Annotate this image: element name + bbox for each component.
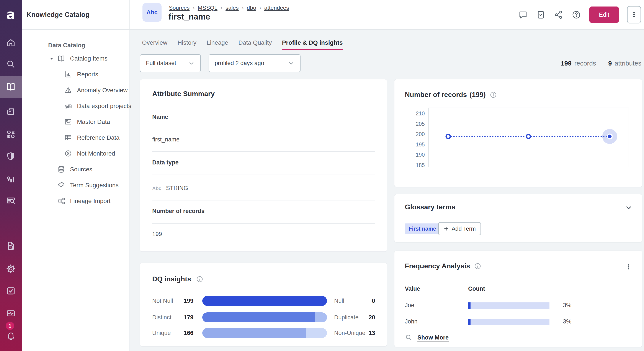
field-divider <box>152 174 375 174</box>
open-book-icon <box>6 82 16 92</box>
tab-history[interactable]: History <box>178 39 196 50</box>
share-button[interactable] <box>554 10 563 20</box>
profile-version-select[interactable]: profiled 2 days ago <box>208 54 300 72</box>
export-gear-icon <box>64 102 72 110</box>
help-button[interactable] <box>572 10 581 20</box>
frequency-bar <box>468 319 550 325</box>
tab-lineage[interactable]: Lineage <box>207 39 228 50</box>
rail-item-settings[interactable] <box>0 258 22 280</box>
sidebar-item-data-export-projects[interactable]: Data export projects <box>22 98 128 114</box>
dq-bar <box>202 296 327 306</box>
info-icon[interactable] <box>196 275 204 283</box>
glossary-term-chip[interactable]: First name <box>405 223 440 234</box>
attributes-count: 9 <box>608 60 612 67</box>
records-field-label: Number of records <box>152 208 205 215</box>
card-title: Attribute Summary <box>152 90 215 98</box>
rail-item-notifications[interactable]: 1 <box>0 325 22 347</box>
add-term-button[interactable]: Add Term <box>438 222 481 235</box>
card-menu-button[interactable] <box>625 263 632 271</box>
bar-chart-icon <box>64 70 72 78</box>
breadcrumb-dbo[interactable]: dbo <box>247 5 256 11</box>
card-header: Number of records(199) <box>405 91 497 99</box>
rail-item-insights[interactable] <box>0 168 22 190</box>
info-icon[interactable] <box>474 262 481 270</box>
breadcrumb-mssql[interactable]: MSSQL <box>198 5 218 11</box>
rail-item-search[interactable] <box>0 53 22 75</box>
edit-button[interactable]: Edit <box>589 7 619 23</box>
sidebar-item-not-monitored[interactable]: Not Monitored <box>22 146 128 161</box>
dq-bar-rest <box>315 312 327 322</box>
breadcrumb-attendees[interactable]: attendees <box>264 5 289 11</box>
sidebar-item-master-data[interactable]: Master Data <box>22 114 128 130</box>
table-icon <box>64 134 72 142</box>
tab-data-quality[interactable]: Data Quality <box>238 39 272 50</box>
breadcrumb-sources[interactable]: Sources <box>169 5 190 11</box>
tab-overview[interactable]: Overview <box>142 39 168 50</box>
dq-right-value: 20 <box>355 314 375 321</box>
attributes-stat: 9 attributes <box>608 60 642 67</box>
abc-type-icon: Abc <box>152 186 161 191</box>
column-header-count: Count <box>468 285 485 292</box>
open-book-icon <box>57 55 65 63</box>
dq-bar-fill <box>202 312 315 322</box>
show-more-button[interactable]: Show More <box>405 334 449 341</box>
breadcrumb-sales[interactable]: sales <box>226 5 239 11</box>
data-point[interactable] <box>607 133 613 139</box>
sidebar-item-sources[interactable]: Sources <box>22 161 128 177</box>
data-point[interactable] <box>446 134 451 139</box>
rail-item-monitoring[interactable] <box>0 302 22 324</box>
data-point[interactable] <box>526 134 531 139</box>
frequency-row-john: John 3% <box>394 317 642 327</box>
chevron-down-icon <box>288 60 294 67</box>
field-divider <box>152 151 375 152</box>
sidebar-item-lineage-import[interactable]: Lineage Import <box>22 193 128 209</box>
rail-item-widgets[interactable] <box>0 123 22 145</box>
chevron-down-icon[interactable] <box>48 56 55 62</box>
app-title: Knowledge Catalog <box>26 0 90 29</box>
comments-button[interactable] <box>518 10 528 20</box>
sidebar-item-reference-data[interactable]: Reference Data <box>22 130 128 146</box>
rail-item-home[interactable] <box>0 32 22 54</box>
rail-item-data-quality[interactable] <box>0 145 22 167</box>
records-chart-title: Number of records <box>405 91 467 99</box>
breadcrumb-separator-icon: › <box>220 4 222 11</box>
profile-version-value: profiled 2 days ago <box>215 60 264 67</box>
breadcrumb-separator-icon: › <box>192 4 194 11</box>
data-type-field-label: Data type <box>152 159 179 166</box>
dataset-select-value: Full dataset <box>146 60 176 67</box>
rail-item-knowledge-catalog[interactable] <box>0 76 22 98</box>
rail-item-query-explorer[interactable] <box>0 190 22 211</box>
more-actions-button[interactable] <box>627 6 641 24</box>
sidebar-item-catalog-items[interactable]: Catalog Items <box>22 51 128 66</box>
collapse-chevron-icon[interactable] <box>625 204 632 212</box>
dq-insights-card: DQ insights Not Null 199 Null 0 Distinct… <box>140 263 387 346</box>
sidebar-item-label: Reference Data <box>77 134 120 141</box>
sidebar-item-reports[interactable]: Reports <box>22 66 128 82</box>
info-icon[interactable] <box>490 91 497 99</box>
sidebar-item-term-suggestions[interactable]: Term Suggestions <box>22 177 128 193</box>
rail-item-data-processing[interactable] <box>0 101 22 123</box>
attribute-summary-card: Attribute Summary Name first_name Data t… <box>140 79 387 252</box>
copy-folders-icon <box>6 107 16 117</box>
card-title: DQ insights <box>152 275 191 283</box>
plus-icon <box>444 226 449 231</box>
catalog-tree: Catalog Items Reports Anomaly Overview D… <box>22 51 128 209</box>
glossary-terms-card: Glossary terms First name Add Term <box>394 194 642 242</box>
dataset-select[interactable]: Full dataset <box>140 54 201 72</box>
records-field-value: 199 <box>152 231 162 237</box>
frequency-analysis-card: Frequency Analysis Value Count Joe 3% Jo… <box>394 251 642 347</box>
rail-item-tasks[interactable] <box>0 280 22 302</box>
brand-logo[interactable]: a <box>0 0 22 29</box>
comment-icon <box>518 10 528 20</box>
tab-profile-dq-insights[interactable]: Profile & DQ insights <box>282 39 343 50</box>
name-field-value: first_name <box>152 136 180 143</box>
card-title: Glossary terms <box>405 203 455 211</box>
rail-item-profiling-reports[interactable] <box>0 235 22 257</box>
frequency-percent: 3% <box>563 318 571 325</box>
monitor-pulse-icon <box>6 308 16 318</box>
dq-right-value: 13 <box>355 330 375 336</box>
topbar-divider <box>130 0 130 29</box>
sidebar-item-anomaly-overview[interactable]: Anomaly Overview <box>22 82 128 98</box>
tasks-button[interactable] <box>536 10 546 20</box>
records-line-chart <box>428 108 629 167</box>
